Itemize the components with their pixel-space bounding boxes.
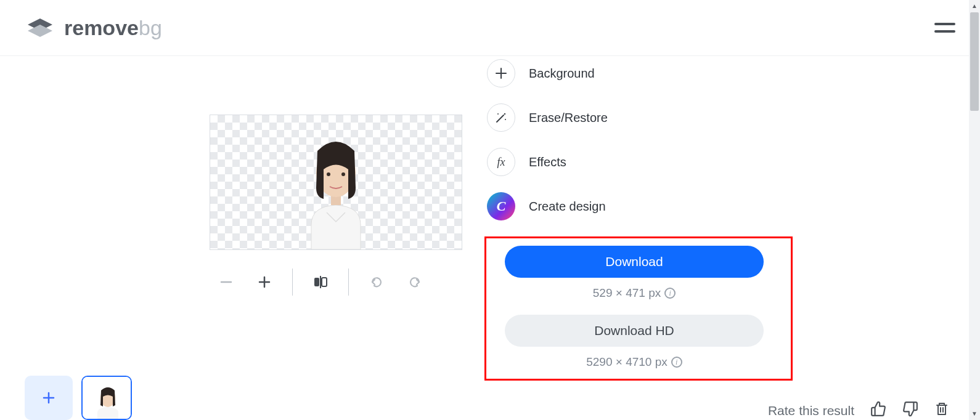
annotation-highlight: Download 529 × 471 px i Download HD 5290… [484, 236, 793, 381]
toolbar-divider [348, 269, 349, 296]
svg-point-3 [327, 172, 330, 176]
svg-point-13 [504, 113, 505, 115]
download-dimensions: 529 × 471 px i [505, 286, 764, 300]
menu-icon [934, 23, 955, 25]
svg-rect-8 [314, 278, 319, 286]
thumbs-down-button[interactable] [902, 401, 918, 420]
effects-label: Effects [529, 155, 566, 169]
thumbnail-strip [25, 376, 132, 420]
app-header: removebg [0, 0, 980, 56]
background-option[interactable]: Background [487, 59, 793, 87]
edit-column: Background Erase/Restore fx Effects C Cr… [487, 56, 793, 381]
svg-point-15 [505, 119, 506, 120]
erase-restore-label: Erase/Restore [529, 111, 608, 125]
rating-bar: Rate this result [768, 401, 949, 420]
create-design-option[interactable]: C Create design [487, 192, 793, 220]
compare-button[interactable] [310, 272, 331, 293]
zoom-out-button[interactable] [216, 272, 237, 293]
fx-icon: fx [487, 148, 515, 176]
preview-column [25, 56, 462, 381]
toolbar-divider [292, 269, 293, 296]
thumbs-up-button[interactable] [870, 401, 886, 420]
scroll-up-arrow-icon: ▲ [971, 2, 978, 10]
plus-icon [487, 59, 515, 87]
scroll-down-arrow-icon: ▼ [971, 410, 978, 418]
info-icon[interactable]: i [671, 357, 682, 368]
svg-rect-9 [322, 278, 327, 286]
magic-wand-icon [487, 103, 515, 132]
download-hd-dimensions: 5290 × 4710 px i [505, 355, 764, 369]
menu-button[interactable] [934, 23, 955, 33]
zoom-in-button[interactable] [254, 272, 275, 293]
download-hd-button[interactable]: Download HD [505, 315, 764, 347]
logo-text-main: remove [64, 16, 139, 39]
background-label: Background [529, 67, 595, 81]
download-button[interactable]: Download [505, 246, 764, 278]
logo[interactable]: removebg [25, 12, 162, 43]
undo-button[interactable] [366, 272, 387, 293]
effects-option[interactable]: fx Effects [487, 148, 793, 176]
preview-person-icon [274, 115, 398, 249]
plus-icon [42, 391, 55, 405]
erase-restore-option[interactable]: Erase/Restore [487, 103, 793, 132]
scrollbar-thumb[interactable] [970, 12, 979, 111]
vertical-scrollbar[interactable]: ▲ ▼ [969, 0, 980, 420]
create-design-label: Create design [529, 200, 606, 214]
svg-point-14 [497, 113, 499, 115]
image-preview[interactable] [210, 115, 462, 250]
logo-icon [25, 12, 55, 43]
info-icon[interactable]: i [664, 288, 676, 299]
thumbnail-selected[interactable] [81, 376, 132, 420]
delete-button[interactable] [934, 402, 949, 419]
canva-icon: C [487, 192, 515, 220]
logo-text-suffix: bg [139, 16, 162, 39]
svg-point-4 [341, 172, 345, 176]
preview-toolbar [216, 269, 462, 296]
thumbnail-person-icon [83, 377, 132, 420]
redo-button[interactable] [404, 272, 425, 293]
rate-label: Rate this result [768, 403, 854, 418]
main-content: Background Erase/Restore fx Effects C Cr… [0, 56, 980, 381]
logo-text: removebg [64, 16, 162, 40]
add-image-button[interactable] [25, 376, 73, 420]
download-section: Download 529 × 471 px i Download HD 5290… [487, 236, 793, 381]
